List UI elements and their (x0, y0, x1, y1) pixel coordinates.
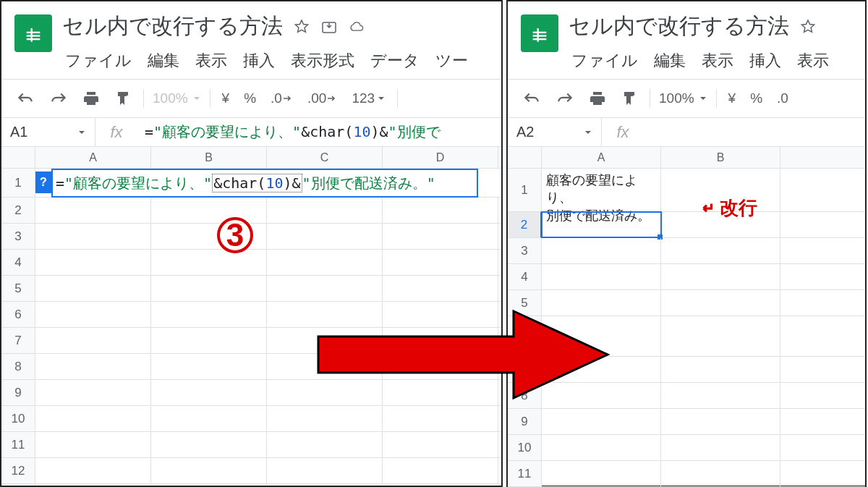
redo-icon[interactable] (42, 86, 75, 111)
fx-icon: fx (602, 118, 644, 146)
paint-format-icon[interactable] (107, 85, 139, 111)
decrease-decimal-icon[interactable]: .0 (263, 86, 300, 111)
cell-A1-line1: 顧客の要望により、 (546, 171, 656, 207)
undo-icon[interactable] (515, 86, 548, 111)
row-1[interactable]: 1 (1, 169, 35, 197)
select-all-corner[interactable] (1, 147, 35, 168)
row-2[interactable]: 2 (1, 198, 35, 223)
row-2[interactable]: 2 (508, 212, 542, 237)
row-7[interactable]: 7 (1, 328, 35, 353)
menu-view[interactable]: 表示 (699, 48, 736, 73)
right-panel: セル内で改行する方法 ファイル 編集 表示 挿入 表示 100% ¥ % .0 … (506, 0, 867, 487)
cell-A1-editing[interactable]: ="顧客の要望により、"&char(10)&"別便で配送済み。" (51, 169, 478, 198)
format-currency-icon[interactable]: ¥ (721, 86, 744, 111)
format-more-icon[interactable]: 123 (344, 86, 393, 111)
svg-marker-10 (318, 311, 608, 398)
svg-rect-7 (533, 35, 547, 36)
menu-bar: ファイル 編集 表示 挿入 表示形式 データ ツー (62, 41, 501, 79)
svg-rect-6 (533, 32, 547, 33)
toolbar: 100% ¥ % .0 (508, 79, 865, 118)
row-11[interactable]: 11 (508, 461, 542, 486)
row-9[interactable]: 9 (1, 380, 35, 405)
menu-data[interactable]: データ (367, 48, 422, 73)
row-5[interactable]: 5 (1, 276, 35, 301)
row-12[interactable]: 12 (1, 458, 35, 483)
formula-input[interactable]: ="顧客の要望により、"&char(10)&"別便で (137, 122, 501, 142)
fx-icon: fx (95, 118, 137, 146)
row-3[interactable]: 3 (508, 238, 542, 263)
row-10[interactable]: 10 (508, 435, 542, 460)
format-percent-icon[interactable]: % (237, 86, 263, 111)
col-D[interactable]: D (383, 147, 498, 168)
svg-rect-3 (27, 38, 41, 40)
col-A[interactable]: A (542, 147, 661, 168)
doc-title[interactable]: セル内で改行する方法 (569, 12, 789, 41)
format-percent-icon[interactable]: % (743, 86, 770, 111)
cell-A2-selected[interactable] (542, 212, 661, 237)
annotation-step-3: 3 (217, 217, 253, 253)
toolbar: 100% ¥ % .0 .00 123 (1, 79, 501, 118)
row-11[interactable]: 11 (1, 432, 35, 457)
menu-file[interactable]: ファイル (62, 48, 135, 73)
sheets-logo[interactable] (14, 14, 52, 52)
zoom-select[interactable]: 100% (655, 90, 712, 106)
row-4[interactable]: 4 (508, 264, 542, 289)
menu-format[interactable]: 表示 (794, 48, 832, 73)
name-box[interactable]: A2 (508, 118, 602, 146)
zoom-select[interactable]: 100% (148, 90, 205, 106)
menu-tools[interactable]: ツー (433, 48, 471, 73)
cloud-icon[interactable] (348, 18, 365, 35)
print-icon[interactable] (582, 86, 613, 111)
menu-bar: ファイル 編集 表示 挿入 表示 (569, 41, 865, 79)
menu-format[interactable]: 表示形式 (288, 48, 357, 73)
move-icon[interactable] (320, 18, 338, 35)
formula-help-icon[interactable]: ? (35, 171, 51, 193)
undo-icon[interactable] (9, 86, 42, 111)
sheets-logo[interactable] (521, 14, 558, 52)
paint-format-icon[interactable] (613, 85, 645, 111)
menu-file[interactable]: ファイル (569, 48, 641, 73)
redo-icon[interactable] (548, 86, 582, 111)
row-4[interactable]: 4 (1, 250, 35, 275)
formula-bar: A2 fx (508, 118, 865, 147)
title-area: セル内で改行する方法 ファイル 編集 表示 挿入 表示 (569, 7, 865, 79)
menu-edit[interactable]: 編集 (651, 48, 689, 73)
row-3[interactable]: 3 (1, 224, 35, 249)
row-10[interactable]: 10 (1, 406, 35, 431)
cell-A1[interactable]: 顧客の要望により、 別便で配送済み。 (542, 169, 661, 211)
print-icon[interactable] (75, 86, 107, 111)
title-area: セル内で改行する方法 ファイル 編集 表示 挿入 表示形式 データ ツー (62, 7, 501, 79)
doc-title[interactable]: セル内で改行する方法 (62, 12, 283, 41)
annotation-kaigyo: 改行 (698, 195, 757, 221)
col-B[interactable]: B (151, 147, 267, 168)
menu-insert[interactable]: 挿入 (240, 48, 278, 73)
increase-decimal-icon[interactable]: .00 (300, 86, 344, 111)
row-6[interactable]: 6 (1, 302, 35, 327)
row-9[interactable]: 9 (508, 409, 542, 434)
format-currency-icon[interactable]: ¥ (215, 86, 237, 111)
svg-rect-4 (31, 28, 33, 42)
star-icon[interactable] (799, 18, 817, 35)
decrease-decimal-icon[interactable]: .0 (770, 86, 796, 111)
menu-insert[interactable]: 挿入 (746, 48, 784, 73)
row-1[interactable]: 1 (508, 169, 542, 211)
select-all-corner[interactable] (508, 147, 542, 168)
formula-bar: A1 fx ="顧客の要望により、"&char(10)&"別便で (1, 118, 501, 147)
col-A[interactable]: A (35, 147, 151, 168)
svg-rect-8 (533, 38, 547, 40)
header: セル内で改行する方法 ファイル 編集 表示 挿入 表示形式 データ ツー (1, 1, 501, 79)
menu-view[interactable]: 表示 (192, 48, 230, 73)
big-arrow-icon (311, 304, 615, 405)
col-B[interactable]: B (661, 147, 780, 168)
header: セル内で改行する方法 ファイル 編集 表示 挿入 表示 (508, 1, 865, 79)
svg-rect-9 (537, 28, 539, 42)
row-8[interactable]: 8 (1, 354, 35, 379)
svg-rect-1 (27, 32, 41, 33)
col-C[interactable]: C (267, 147, 383, 168)
menu-edit[interactable]: 編集 (145, 48, 182, 73)
name-box[interactable]: A1 (1, 118, 95, 146)
star-icon[interactable] (293, 18, 310, 35)
svg-rect-2 (27, 35, 41, 36)
